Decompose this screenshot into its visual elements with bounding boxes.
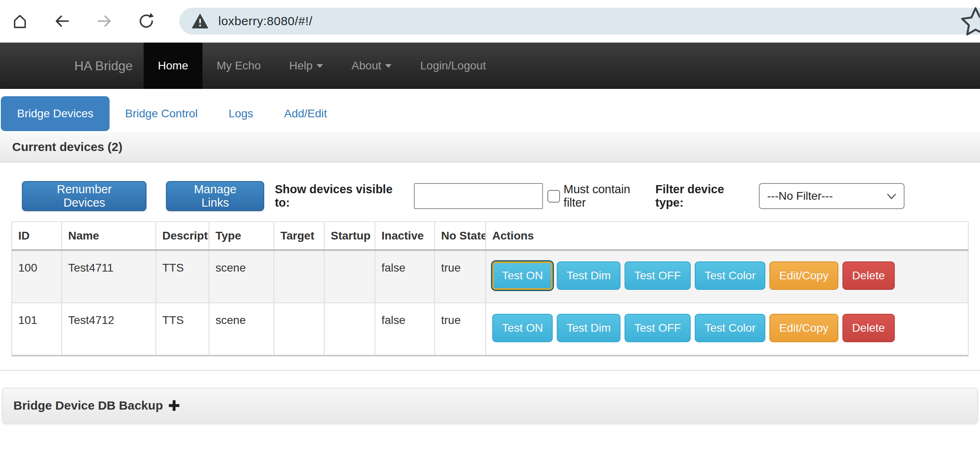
must-contain-label: Must contain filter: [564, 183, 655, 209]
address-bar[interactable]: loxberry:8080/#!/: [179, 8, 980, 35]
devices-table: ID Name Description Type Target Startup …: [11, 221, 969, 356]
col-header-no-state: No State: [435, 222, 486, 250]
nav-item-my-echo[interactable]: My Echo: [202, 43, 275, 89]
url-text: loxberry:8080/#!/: [218, 14, 312, 28]
back-icon[interactable]: [53, 12, 71, 30]
must-contain-checkbox[interactable]: [547, 190, 560, 203]
test-off-button[interactable]: Test OFF: [625, 314, 691, 342]
nav-item-about[interactable]: About: [337, 43, 406, 89]
test-color-button[interactable]: Test Color: [695, 261, 765, 290]
col-header-id: ID: [12, 222, 62, 250]
col-header-type: Type: [209, 222, 274, 250]
brand-link[interactable]: HA Bridge: [74, 43, 133, 89]
test-on-button[interactable]: Test ON: [492, 314, 553, 342]
filter-device-type-label: Filter device type:: [655, 183, 755, 209]
filter-device-type-value: ---No Filter---: [767, 190, 833, 203]
tab-add-edit[interactable]: Add/Edit: [269, 107, 342, 120]
test-dim-button[interactable]: Test Dim: [557, 314, 620, 342]
edit-copy-button[interactable]: Edit/Copy: [769, 261, 838, 290]
page-tabs: Bridge Devices Bridge Control Logs Add/E…: [0, 89, 980, 131]
col-header-inactive: Inactive: [375, 222, 435, 250]
edit-copy-button[interactable]: Edit/Copy: [769, 314, 838, 342]
delete-button[interactable]: Delete: [842, 261, 895, 290]
device-row-101: 101 Test4712 TTS scene false true Test O…: [12, 303, 968, 356]
cell-target: [274, 250, 324, 303]
backup-panel-title: Bridge Device DB Backup: [13, 399, 163, 412]
cell-name: Test4712: [62, 303, 156, 356]
cell-inactive: false: [375, 250, 435, 303]
devices-table-wrap: ID Name Description Type Target Startup …: [11, 221, 969, 356]
visible-filter-input[interactable]: [414, 183, 543, 209]
cell-no-state: true: [435, 250, 486, 303]
nav-item-help[interactable]: Help: [275, 43, 338, 89]
bridge-device-db-backup-panel[interactable]: Bridge Device DB Backup: [2, 388, 978, 423]
caret-down-icon: [385, 64, 392, 68]
test-on-button[interactable]: Test ON: [492, 261, 553, 290]
col-header-actions: Actions: [486, 222, 968, 250]
manage-links-button[interactable]: Manage Links: [166, 181, 264, 211]
caret-down-icon: [317, 64, 323, 68]
cell-type: scene: [209, 303, 274, 356]
current-devices-title: Current devices (2): [12, 140, 123, 154]
current-devices-heading: Current devices (2): [0, 132, 980, 162]
tab-logs[interactable]: Logs: [213, 107, 269, 120]
cell-name: Test4711: [62, 250, 156, 303]
tab-bridge-devices[interactable]: Bridge Devices: [1, 96, 110, 131]
plus-icon[interactable]: [168, 399, 181, 412]
bookmark-star-icon[interactable]: [959, 6, 980, 39]
chevron-down-icon: [887, 190, 896, 203]
nav-item-home[interactable]: Home: [144, 43, 202, 89]
visible-filter-label: Show devices visible to:: [275, 183, 410, 209]
cell-description: TTS: [156, 250, 209, 303]
reload-icon[interactable]: [137, 12, 156, 30]
cell-id: 101: [12, 303, 62, 356]
cell-no-state: true: [435, 303, 486, 356]
cell-description: TTS: [156, 303, 209, 356]
cell-target: [274, 303, 324, 356]
cell-type: scene: [209, 250, 274, 303]
col-header-description: Description: [156, 222, 209, 250]
delete-button[interactable]: Delete: [842, 314, 895, 342]
cell-startup: [324, 303, 375, 356]
test-dim-button[interactable]: Test Dim: [557, 261, 620, 290]
row-actions: Test ON Test Dim Test OFF Test Color Edi…: [492, 314, 962, 342]
tab-bridge-control[interactable]: Bridge Control: [110, 107, 213, 120]
row-actions: Test ON Test Dim Test OFF Test Color Edi…: [492, 261, 962, 290]
test-off-button[interactable]: Test OFF: [625, 261, 691, 290]
cell-startup: [324, 250, 375, 303]
forward-icon[interactable]: [95, 12, 114, 30]
filter-device-type-select[interactable]: ---No Filter---: [759, 183, 905, 209]
browser-toolbar: loxberry:8080/#!/: [0, 0, 980, 43]
nav-item-login-logout[interactable]: Login/Logout: [406, 43, 500, 89]
renumber-devices-button[interactable]: Renumber Devices: [22, 181, 146, 211]
cell-id: 100: [12, 250, 62, 303]
navbar-items: Home My Echo Help About Login/Logout: [144, 43, 500, 89]
cell-inactive: false: [375, 303, 435, 356]
device-controls: Renumber Devices Manage Links Show devic…: [12, 181, 980, 211]
col-header-target: Target: [274, 222, 324, 250]
table-header-row: ID Name Description Type Target Startup …: [12, 222, 968, 250]
not-secure-warning-icon[interactable]: [192, 13, 209, 29]
test-color-button[interactable]: Test Color: [695, 314, 765, 342]
app-navbar: HA Bridge Home My Echo Help About Login/…: [0, 43, 980, 89]
col-header-startup: Startup: [324, 222, 375, 250]
section-divider: [0, 370, 980, 371]
col-header-name: Name: [62, 222, 156, 250]
home-icon[interactable]: [11, 12, 29, 30]
device-row-100: 100 Test4711 TTS scene false true Test O…: [12, 250, 968, 303]
